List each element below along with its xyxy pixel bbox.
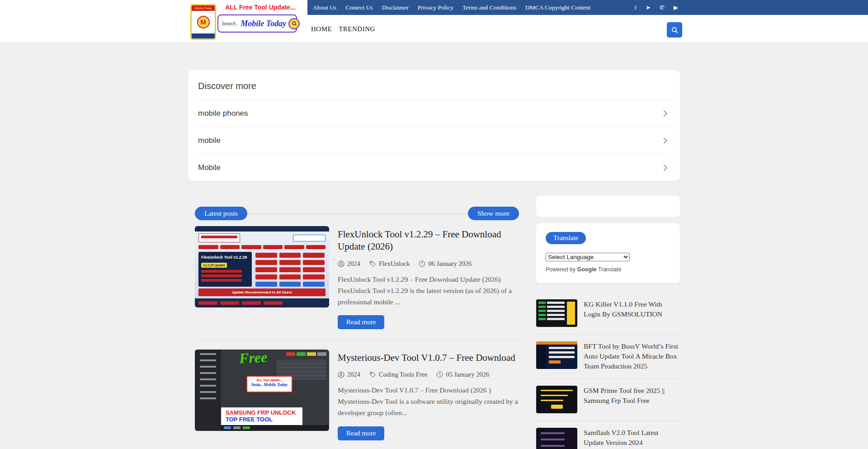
sidebar: Translate Select Language Powered by Goo… xyxy=(536,196,680,449)
youtube-icon[interactable]: ▶ xyxy=(674,5,678,10)
post-tag[interactable]: FlexUnlock xyxy=(369,260,410,268)
post-thumbnail[interactable]: FlexUnlock Tool v1.2.29 v1.2.29 Update U… xyxy=(195,226,329,307)
discover-item-label: mobile xyxy=(198,136,221,145)
post-meta: 2024 FlexUnlock 06 January 2026 xyxy=(338,260,519,268)
sidebar-posts: KG Killer V1.1.0 Free With Login By GSMS… xyxy=(536,293,680,449)
logo-bottom-strip xyxy=(192,33,215,38)
site-name: Mobile Today xyxy=(241,19,286,28)
thumb-art xyxy=(195,243,329,251)
post-title[interactable]: Mysterious-Dev Tool V1.0.7 – Free Downlo… xyxy=(338,352,519,364)
post-author: 2024 xyxy=(338,260,360,268)
tag-icon xyxy=(369,371,376,378)
post-body: FlexUnlock Tool v1.2.29 – Free Download … xyxy=(338,226,519,329)
sidebar-post-item[interactable]: GSM Prime Tool free 2025 || Samsung Frp … xyxy=(536,379,680,421)
post-date: 05 January 2026 xyxy=(436,371,489,378)
translate-powered-by: Powered by Google Translate xyxy=(546,266,670,273)
google-logo: Google xyxy=(577,266,597,273)
logo-mid: M xyxy=(192,11,215,33)
search-button[interactable] xyxy=(667,22,682,38)
post-item: Free ALL Tool Update... Insta.. Mobile T… xyxy=(195,350,519,449)
divider xyxy=(247,213,468,214)
post-tag[interactable]: Coding Tools Free xyxy=(369,371,427,378)
social-icons: f ➤ ✆ ▶ xyxy=(635,0,678,15)
telegram-icon[interactable]: ➤ xyxy=(646,5,651,10)
banner-search-label: Search.. xyxy=(222,21,238,26)
sidebar-ad-placeholder xyxy=(536,196,680,217)
author-icon xyxy=(338,260,344,267)
translate-widget: Translate Select Language Powered by Goo… xyxy=(536,223,680,283)
topbar-link-disclaimer[interactable]: Disclaimer xyxy=(377,4,413,11)
read-more-button[interactable]: Read more xyxy=(338,315,384,329)
chevron-right-icon xyxy=(660,136,670,146)
author-icon xyxy=(338,371,344,378)
sidebar-post-title: KG Killer V1.1.0 Free With Login By GSMS… xyxy=(584,299,680,327)
topbar-links: About Us Contect Us Disclaimer Privacy P… xyxy=(308,4,595,11)
read-more-button[interactable]: Read more xyxy=(338,426,384,440)
latest-posts-section: Latest posts Show more FlexUnlock Tool v… xyxy=(195,196,519,449)
sidebar-post-item[interactable]: BFT Tool by BossV World’s First Auto Upd… xyxy=(536,335,680,379)
clock-icon xyxy=(419,260,425,267)
thumb-subtitle-text: v1.2.29 Update xyxy=(201,263,227,268)
show-more-button[interactable]: Show more xyxy=(468,207,519,220)
post-item: FlexUnlock Tool v1.2.29 v1.2.29 Update U… xyxy=(195,226,519,340)
translate-title: Translate xyxy=(546,232,586,244)
discover-card: Discover more mobile phones mobile Mobil… xyxy=(188,70,680,181)
latest-header: Latest posts Show more xyxy=(195,207,519,220)
post-author: 2024 xyxy=(338,371,360,378)
thumb-art xyxy=(195,226,329,232)
post-meta: 2024 Coding Tools Free 05 January 2026 xyxy=(338,371,519,378)
language-select[interactable]: Select Language xyxy=(546,253,630,261)
post-thumbnail xyxy=(536,386,577,413)
facebook-icon[interactable]: f xyxy=(635,5,637,10)
thumb-art: Free ALL Tool Update... Insta.. Mobile T… xyxy=(221,350,329,431)
discover-item-mobile-phones[interactable]: mobile phones xyxy=(198,99,670,127)
logo-banner[interactable]: Search.. Mobile Today xyxy=(217,14,297,33)
nav-home[interactable]: HOME xyxy=(311,25,339,33)
discover-item-label: Mobile xyxy=(198,163,221,172)
tag-icon xyxy=(369,260,376,267)
thumb-banner-text: Update Recommended to All Users xyxy=(198,288,326,296)
sidebar-post-title: GSM Prime Tool free 2025 || Samsung Frp … xyxy=(584,386,680,413)
topbar-link-dmca[interactable]: DMCA Copyright Content xyxy=(521,4,595,11)
post-excerpt: Mysterious-Dev Tool V1.0.7 – Free Downlo… xyxy=(338,384,519,418)
chevron-right-icon xyxy=(660,163,670,173)
site-logo[interactable]: Mobile Today M xyxy=(190,4,216,40)
post-thumbnail xyxy=(536,299,577,327)
discover-item-mobile[interactable]: mobile xyxy=(198,127,670,154)
thumb-caption-box: SAMSUNG FRP UNLOCK TOP FREE TOOL xyxy=(221,407,302,425)
thumb-art xyxy=(195,232,329,243)
sidebar-post-title: BFT Tool by BossV World’s First Auto Upd… xyxy=(584,341,680,371)
topbar-link-terms[interactable]: Terms and Conditions xyxy=(458,4,521,11)
magnifier-icon xyxy=(288,18,300,29)
clock-icon xyxy=(436,371,443,378)
post-body: Mysterious-Dev Tool V1.0.7 – Free Downlo… xyxy=(338,350,519,440)
topbar-link-about[interactable]: About Us xyxy=(308,4,341,11)
post-thumbnail xyxy=(536,428,577,449)
discover-item-label: mobile phones xyxy=(198,109,248,118)
discover-title: Discover more xyxy=(198,70,670,99)
thumb-free-badge: Free xyxy=(239,350,268,365)
logo-letter: M xyxy=(197,16,210,28)
search-icon xyxy=(671,26,679,34)
logo-top-text: Mobile Today xyxy=(192,5,215,11)
topbar-link-privacy[interactable]: Privacy Policy xyxy=(413,4,458,11)
topbar-link-contact[interactable]: Contect Us xyxy=(341,4,377,11)
thumb-art xyxy=(195,298,329,307)
discover-item-mobile-cap[interactable]: Mobile xyxy=(198,154,670,181)
latest-posts-button[interactable]: Latest posts xyxy=(195,207,247,220)
sidebar-post-item[interactable]: KG Killer V1.1.0 Free With Login By GSMS… xyxy=(536,293,680,335)
post-date: 06 January 2026 xyxy=(419,260,472,268)
chevron-right-icon xyxy=(660,109,670,118)
post-excerpt: FlexUnlock Tool v1.2.29 – Free Download … xyxy=(338,274,519,307)
main-nav: HOME TRENDING xyxy=(311,15,382,43)
whatsapp-icon[interactable]: ✆ xyxy=(660,5,665,10)
post-thumbnail[interactable]: Free ALL Tool Update... Insta.. Mobile T… xyxy=(195,350,329,431)
site-header: About Us Contect Us Disclaimer Privacy P… xyxy=(0,0,868,43)
post-title[interactable]: FlexUnlock Tool v1.2.29 – Free Download … xyxy=(338,228,519,253)
sidebar-post-title: Samflash V2.0 Tool Latest Update Version… xyxy=(584,428,680,449)
sidebar-post-item[interactable]: Samflash V2.0 Tool Latest Update Version… xyxy=(536,421,680,449)
thumb-art xyxy=(195,350,221,431)
nav-trending[interactable]: TRENDING xyxy=(339,25,382,33)
thumb-art: FlexUnlock Tool v1.2.29 v1.2.29 Update xyxy=(195,251,329,287)
thumb-promo-box: ALL Tool Update... Insta.. Mobile Today xyxy=(246,376,292,392)
